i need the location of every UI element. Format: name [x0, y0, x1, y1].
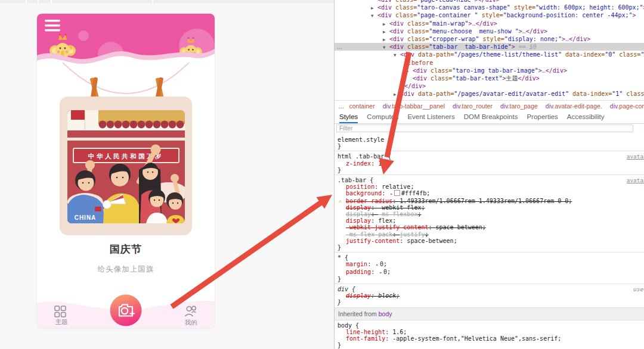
property-name: z-index: [346, 160, 371, 167]
css-property[interactable]: margin: ▸0;: [338, 261, 644, 268]
dom-tree-row[interactable]: <div class="tab-bar-text">主题</div>: [335, 74, 644, 82]
css-property[interactable]: display: block;: [338, 292, 644, 299]
dom-tree-row[interactable]: </div>: [335, 82, 644, 90]
tab-accessibility[interactable]: Accessibility: [567, 111, 605, 122]
expander-closed-icon[interactable]: ▶: [383, 28, 386, 35]
property-expander-icon[interactable]: ▸: [379, 270, 382, 275]
tab-properties[interactable]: Properties: [527, 111, 558, 122]
code-token: "main-wrap": [429, 20, 468, 27]
property-value: flex: [378, 217, 392, 224]
stylesheet-source-link[interactable]: avatar: [627, 153, 644, 160]
rule-selector[interactable]: element.style {: [338, 136, 644, 143]
tab-mine-label[interactable]: 我的: [173, 319, 209, 327]
code-token: class=: [615, 51, 640, 58]
property-value: 0: [380, 261, 383, 267]
expander-open-icon[interactable]: ▼: [371, 12, 374, 19]
code-token: data-path=: [414, 51, 454, 58]
code-token: "1": [612, 91, 623, 97]
property-name: display: [346, 217, 371, 224]
property-name: display: [346, 292, 371, 299]
stylesheet-source-link[interactable]: user: [633, 286, 644, 292]
dom-tree-row[interactable]: ▶<div class="menu-choose menu-show ">…</…: [335, 27, 644, 35]
dom-tree-row[interactable]: ▶<div class="taro-img tab-bar-image">…</…: [335, 67, 644, 74]
tab-theme-label[interactable]: 主题: [44, 318, 79, 326]
code-token: "taro-img tab-bar-image": [452, 67, 538, 74]
tab-styles[interactable]: Styles: [339, 111, 358, 123]
code-token: "0": [605, 51, 615, 58]
property-name: justify-content: [346, 238, 400, 244]
expander-closed-icon[interactable]: ▶: [394, 91, 397, 98]
property-value: block: [378, 292, 396, 299]
expander-closed-icon[interactable]: ▶: [383, 20, 386, 27]
inherited-from-band: Inherited from body: [335, 308, 644, 320]
property-name: -webkit-justify-content: [346, 224, 428, 230]
css-property[interactable]: padding: ▸0;: [338, 269, 644, 276]
code-token: style=: [478, 12, 503, 18]
rule-selector[interactable]: .tab-bar {: [338, 177, 644, 183]
tab-dom-breakpoints[interactable]: DOM Breakpoints: [464, 111, 518, 122]
rule-selector[interactable]: body {: [338, 322, 644, 329]
property-name: display: [346, 204, 371, 211]
breadcrumb-item[interactable]: div.taro_router: [453, 102, 493, 110]
dom-tree-row[interactable]: ▶<div class="cropper-wrap" style="displa…: [335, 35, 644, 43]
dom-tree-row[interactable]: ▼<div data-path="/pages/theme-list/theme…: [335, 51, 644, 58]
css-property[interactable]: background: ▸#fff4fb;: [338, 190, 644, 197]
css-property[interactable]: display: flex;: [338, 217, 644, 224]
dom-tree-row[interactable]: ▼<div class="page-container " style="bac…: [335, 11, 644, 19]
property-value: #fff4fb: [401, 190, 426, 197]
tab-computed[interactable]: Computed: [367, 111, 398, 122]
code-token: </div>: [546, 67, 567, 74]
camera-capture-button[interactable]: [110, 295, 142, 326]
rule-selector[interactable]: div {: [338, 286, 644, 292]
dom-tree-row[interactable]: ▶<div data-path="/pages/avatar-edit/avat…: [335, 90, 644, 98]
expander-open-icon[interactable]: ▼: [394, 51, 397, 58]
code-token: "tab-b: [640, 51, 644, 58]
breadcrumb-item[interactable]: div.page-container.: [610, 102, 644, 110]
breadcrumb-overflow[interactable]: …: [338, 102, 345, 110]
inherited-from-link[interactable]: body: [379, 310, 392, 317]
expander-closed-icon[interactable]: ▶: [406, 67, 409, 74]
code-token: "page-container ": [417, 12, 478, 18]
breadcrumb-item[interactable]: container: [349, 102, 375, 110]
css-property[interactable]: display: -ms-flexbox;: [338, 211, 644, 217]
code-token: "background-position: center -44px;": [503, 12, 633, 18]
css-rule: * {margin: ▸0;padding: ▸0;}: [335, 253, 644, 284]
rule-selector[interactable]: * {: [338, 254, 644, 261]
expander-closed-icon[interactable]: ▶: [371, 4, 374, 11]
photo-illustration: 中华人民共和国万岁 CHINA: [67, 110, 188, 225]
dom-tree-row[interactable]: ▼<div class="tab-bar tab-bar-hide"> == $…: [335, 43, 644, 51]
theme-photo-card[interactable]: 中华人民共和国万岁 CHINA: [60, 96, 192, 235]
css-property[interactable]: display: -webkit-flex;: [338, 204, 644, 211]
breadcrumb-item[interactable]: div.taro-tabbar__panel: [383, 102, 445, 110]
property-expander-icon[interactable]: ▸: [390, 191, 393, 197]
styles-filter-input[interactable]: [336, 124, 633, 132]
stylesheet-source-link[interactable]: avatar: [627, 177, 644, 183]
css-property[interactable]: font-family: -apple-system-font,"Helveti…: [338, 335, 644, 342]
hamburger-menu-icon[interactable]: [45, 20, 60, 32]
css-property[interactable]: z-index: 10;: [338, 160, 644, 167]
theme-subtitle: 给头像加上国旗: [37, 264, 215, 275]
code-token: class=: [392, 12, 417, 18]
css-property[interactable]: justify-content: space-between;: [338, 238, 644, 244]
color-swatch[interactable]: [394, 190, 400, 196]
dom-tree-row[interactable]: ▶<div class="main-wrap">…</div>: [335, 20, 644, 27]
crumb-tag: div: [383, 102, 391, 110]
css-property[interactable]: ⚠border-radius: 1.49333rem/1.06667rem 1.…: [338, 198, 644, 204]
dom-tree-row[interactable]: ▶<div class="taro-canvas canvas-shape" s…: [335, 4, 644, 11]
dom-tree-row[interactable]: ::before: [335, 59, 644, 67]
breadcrumb-item[interactable]: div.taro_page: [500, 102, 538, 110]
rule-selector[interactable]: html .tab-bar {: [338, 153, 644, 160]
css-property[interactable]: -webkit-justify-content: space-between;: [338, 224, 644, 230]
expander-open-icon[interactable]: ▼: [383, 43, 386, 51]
breadcrumb-item[interactable]: div.avatar-edit-page.: [546, 102, 602, 110]
code-token: <div: [400, 91, 414, 97]
code-token: == $0: [515, 43, 537, 50]
css-property[interactable]: -ms-flex-pack: justify;: [338, 231, 644, 238]
node-more-actions[interactable]: …: [336, 43, 342, 50]
property-expander-icon[interactable]: ▸: [376, 262, 379, 267]
property-name: line-height: [346, 329, 385, 335]
tab-event-listeners[interactable]: Event Listeners: [407, 111, 454, 122]
expander-closed-icon[interactable]: ▶: [383, 36, 386, 43]
css-property[interactable]: line-height: 1.6;: [338, 329, 644, 335]
css-property[interactable]: position: relative;: [338, 183, 644, 190]
